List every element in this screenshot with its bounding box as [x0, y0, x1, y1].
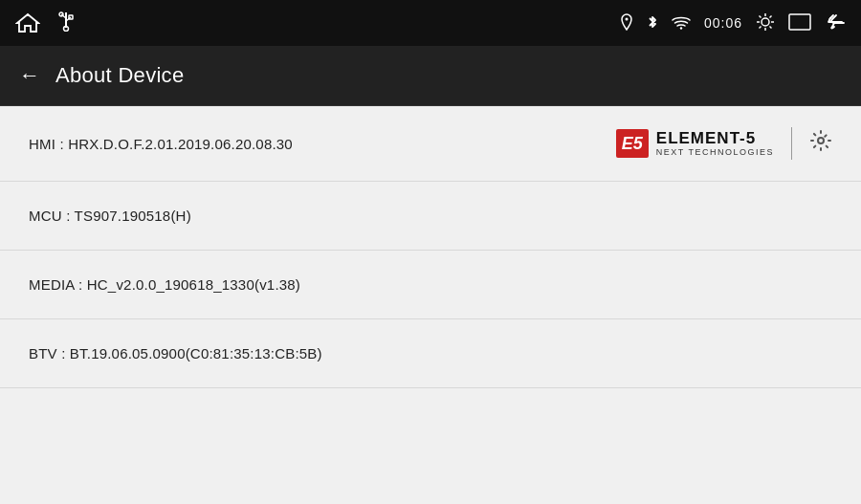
e5-box: E5 [616, 129, 649, 158]
svg-rect-18 [789, 14, 810, 30]
logo-area: E5 ELEMENT-5 NEXT TECHNOLOGIES [616, 127, 832, 160]
svg-point-8 [680, 27, 682, 29]
bluetooth-icon [647, 13, 658, 33]
svg-point-7 [625, 17, 628, 20]
svg-point-9 [762, 18, 769, 26]
svg-marker-0 [17, 14, 38, 32]
screen-icon [788, 13, 811, 33]
svg-point-6 [64, 27, 69, 32]
status-right-icons: 00:06 [620, 12, 846, 34]
svg-point-19 [818, 138, 824, 143]
info-row-mcu: MCU : TS907.190518(H) [0, 182, 861, 251]
back-button[interactable]: ← [19, 63, 40, 88]
info-label-mcu: MCU : TS907.190518(H) [29, 208, 191, 224]
title-bar: ← About Device [0, 46, 861, 106]
info-row-media: MEDIA : HC_v2.0.0_190618_1330(v1.38) [0, 251, 861, 319]
brightness-icon [756, 12, 775, 34]
info-row-hmi: HMI : HRX.D.O.F.2.01.2019.06.20.08.30 E5… [0, 106, 861, 182]
svg-line-16 [770, 15, 772, 17]
e5-text: ELEMENT-5 NEXT TECHNOLOGIES [656, 130, 774, 158]
info-row-btv: BTV : BT.19.06.05.0900(C0:81:35:13:CB:5B… [0, 319, 861, 388]
status-bar: 00:06 [0, 0, 861, 46]
location-icon [620, 13, 633, 33]
time-display: 00:06 [704, 15, 742, 31]
usb-icon [57, 11, 75, 35]
svg-line-14 [760, 15, 762, 17]
page-title: About Device [55, 63, 184, 88]
svg-line-17 [760, 26, 762, 28]
status-left-icons [15, 11, 75, 35]
e5-logo: E5 ELEMENT-5 NEXT TECHNOLOGIES [616, 129, 774, 158]
info-label-btv: BTV : BT.19.06.05.0900(C0:81:35:13:CB:5B… [29, 345, 322, 362]
logo-divider [791, 127, 792, 160]
info-label-media: MEDIA : HC_v2.0.0_190618_1330(v1.38) [29, 276, 300, 293]
nav-back-icon[interactable] [825, 13, 846, 33]
content-area: HMI : HRX.D.O.F.2.01.2019.06.20.08.30 E5… [0, 106, 861, 504]
info-label-hmi: HMI : HRX.D.O.F.2.01.2019.06.20.08.30 [29, 136, 293, 152]
signal-icon [672, 14, 691, 33]
e5-brand: ELEMENT-5 [656, 130, 756, 148]
home-icon[interactable] [15, 12, 40, 33]
e5-sub: NEXT TECHNOLOGIES [656, 147, 774, 157]
gear-icon[interactable] [809, 129, 832, 158]
svg-line-15 [770, 26, 772, 28]
